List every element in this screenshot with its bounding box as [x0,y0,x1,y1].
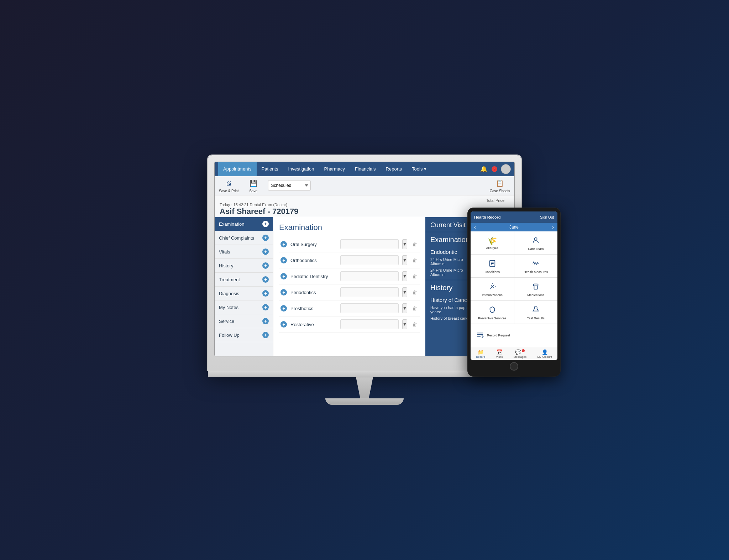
user-avatar[interactable] [501,164,511,174]
health-measures-icon [532,260,540,269]
prosthotics-chevron[interactable]: ▼ [402,303,407,313]
pediatric-dentistry-chevron[interactable]: ▼ [402,271,407,281]
oral-surgery-plus[interactable]: + [280,241,287,247]
nav-reports[interactable]: Reports [381,162,407,176]
nav-tools[interactable]: Tools ▾ [407,162,431,176]
tablet-sign-out-button[interactable]: Sign Out [540,215,554,219]
bell-icon[interactable]: 🔔 [480,166,487,172]
allergies-icon: 🌾 [487,237,497,245]
test-results-label: Test Results [527,316,545,320]
tablet-cell-record-request[interactable]: Record Request [471,324,557,347]
tablet-bottom-visits[interactable]: 📅 Visits [494,349,505,359]
tablet-cell-health-measures[interactable]: Health Measures [514,255,558,277]
my-account-bottom-icon: 👤 [542,349,548,355]
nav-financials[interactable]: Financials [350,162,381,176]
sidebar-item-diagnosis[interactable]: Diagnosis + [215,287,273,300]
sidebar-plus-my-notes[interactable]: + [262,304,269,310]
sidebar-item-my-notes[interactable]: My Notes + [215,300,273,314]
orthodontics-plus[interactable]: + [280,257,287,263]
exam-row-pediatric-dentistry: + Pediatric Dentistry ▼ 🗑 [279,268,420,284]
tablet-patient-bar: ‹ Jane › [471,223,557,231]
tablet-bezel: Health Record Sign Out ‹ Jane › 🌾 Allerg… [468,208,560,376]
save-button[interactable]: 💾 Save [245,178,262,193]
tablet-cell-medications[interactable]: Medications [514,278,558,300]
record-request-icon [476,331,484,340]
tablet-cell-conditions[interactable]: Conditions [471,255,514,277]
tablet-bottom-messages[interactable]: 💬 Messages [512,349,529,359]
orthodontics-chevron[interactable]: ▼ [402,255,407,265]
tablet-bottom-bar: 📁 Record 📅 Visits 💬 Messages 👤 My Accoun… [471,347,557,360]
pediatric-dentistry-delete[interactable]: 🗑 [411,273,419,280]
periodontics-label: Periodontics [290,290,337,295]
periodontics-plus[interactable]: + [280,289,287,295]
case-sheets-icon: 📋 [494,178,505,188]
nav-right: 🔔 0 [480,164,511,174]
tablet-cell-test-results[interactable]: Test Results [514,301,558,324]
tablet-cell-care-team[interactable]: Care Team [514,231,558,254]
sidebar-plus-chief-complaints[interactable]: + [262,235,269,241]
prosthotics-input[interactable] [340,303,399,313]
periodontics-delete[interactable]: 🗑 [411,289,419,296]
sidebar-item-chief-complaints[interactable]: Chief Complaints + [215,231,273,245]
orthodontics-delete[interactable]: 🗑 [411,257,419,264]
status-select[interactable]: Scheduled Completed Cancelled [268,180,311,191]
sidebar-plus-examination[interactable]: + [262,221,269,227]
exam-row-periodontics: + Periodontics ▼ 🗑 [279,284,420,300]
oral-surgery-input[interactable] [340,239,399,249]
tablet-bottom-record[interactable]: 📁 Record [474,349,487,359]
tablet-health-record-title: Health Record [474,215,501,219]
exam-row-oral-surgery: + Oral Surgery ▼ 🗑 [279,236,420,252]
periodontics-input[interactable] [340,287,399,297]
restorative-chevron[interactable]: ▼ [402,319,407,329]
sidebar-plus-diagnosis[interactable]: + [262,290,269,297]
prosthotics-delete[interactable]: 🗑 [411,305,419,312]
tablet-screen: Health Record Sign Out ‹ Jane › 🌾 Allerg… [471,211,557,360]
sidebar-plus-treatment[interactable]: + [262,276,269,283]
svg-rect-9 [534,286,537,289]
care-team-label: Care Team [528,247,544,251]
prosthotics-plus[interactable]: + [280,305,287,312]
nav-appointments[interactable]: Appointments [218,162,257,176]
tablet-cell-immunizations[interactable]: Immunizations [471,278,514,300]
exam-row-restorative: + Restorative ▼ 🗑 [279,316,420,333]
periodontics-chevron[interactable]: ▼ [402,287,407,297]
sidebar-item-examination[interactable]: Examination + [215,217,273,231]
restorative-delete[interactable]: 🗑 [411,321,419,328]
tablet-bottom-my-account[interactable]: 👤 My Account [535,349,554,359]
sidebar-plus-history[interactable]: + [262,262,269,269]
pediatric-dentistry-input[interactable] [340,271,399,281]
orthodontics-input[interactable] [340,255,399,265]
nav-pharmacy[interactable]: Pharmacy [319,162,350,176]
sidebar-plus-follow-up[interactable]: + [262,332,269,338]
nav-patients[interactable]: Patients [257,162,283,176]
sidebar-item-treatment[interactable]: Treatment + [215,273,273,287]
tablet-cell-preventive-services[interactable]: Preventive Services [471,301,514,324]
test-results-icon [532,306,540,315]
restorative-plus[interactable]: + [280,321,287,328]
messages-bottom-icon: 💬 [515,349,525,355]
imac-base [325,398,404,405]
sidebar-item-follow-up[interactable]: Follow Up + [215,328,273,342]
restorative-input[interactable] [340,319,399,329]
tablet-cell-allergies[interactable]: 🌾 Allergies [471,231,514,254]
sidebar-plus-service[interactable]: + [262,318,269,324]
immunizations-label: Immunizations [482,293,503,297]
tablet-home-button[interactable] [510,362,518,371]
sidebar-item-vitals[interactable]: Vitals + [215,245,273,259]
sidebar-plus-vitals[interactable]: + [262,248,269,255]
tablet-next-patient[interactable]: › [552,224,554,230]
toolbar: 🖨 Save & Print 💾 Save Scheduled Complete… [215,176,514,195]
center-content: Examination + Oral Surgery ▼ 🗑 + Orthodo… [273,217,425,356]
scene: Appointments Patients Investigation Phar… [169,155,560,405]
record-bottom-icon: 📁 [478,349,484,355]
oral-surgery-chevron[interactable]: ▼ [402,239,407,249]
nav-investigation[interactable]: Investigation [283,162,319,176]
save-print-button[interactable]: 🖨 Save & Print [219,178,239,193]
sidebar-item-service[interactable]: Service + [215,314,273,328]
sidebar-item-history[interactable]: History + [215,259,273,273]
tablet-prev-patient[interactable]: ‹ [474,224,476,230]
pediatric-dentistry-plus[interactable]: + [280,273,287,279]
allergies-label: Allergies [486,246,498,250]
oral-surgery-delete[interactable]: 🗑 [411,241,419,248]
case-sheets-button[interactable]: 📋 Case Sheets [490,178,510,193]
